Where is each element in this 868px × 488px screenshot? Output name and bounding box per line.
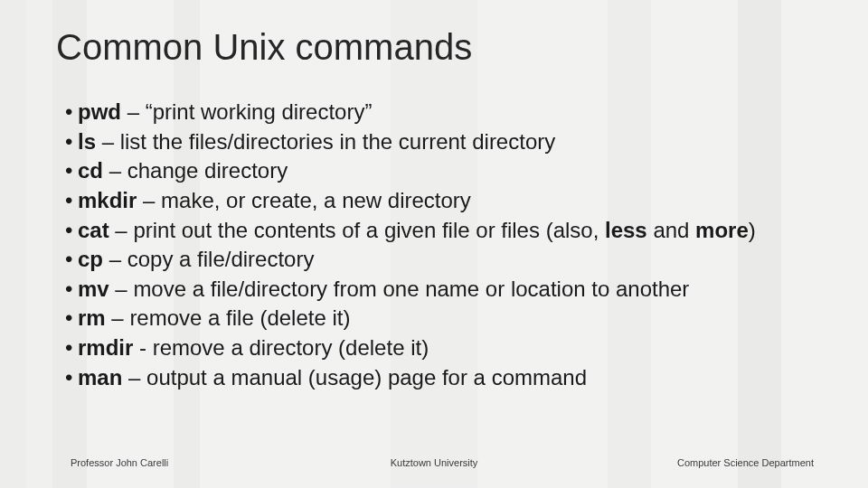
slide-footer: Professor John Carelli Kutztown Universi… [0,454,868,472]
separator: – [106,305,130,330]
separator: – [109,277,134,301]
bullet-icon: • [65,304,78,333]
bullet-item: • pwd – “print working directory” [65,98,823,127]
bullet-icon: • [65,245,78,275]
bullet-item: • rmdir - remove a directory (delete it) [65,333,823,363]
separator: - [133,335,152,360]
footer-right: Computer Science Department [677,457,814,468]
bullet-item: • ls – list the files/directories in the… [65,127,823,157]
bullet-item: • mv – move a file/directory from one na… [65,275,823,305]
separator: – [103,158,127,183]
footer-left: Professor John Carelli [71,457,168,468]
bullet-item: • mkdir – make, or create, a new directo… [65,186,823,216]
description-text: remove a directory (delete it) [153,335,429,360]
separator: – [122,365,146,389]
description-text: output a manual (usage) page for a comma… [146,365,587,389]
bullet-item: • rm – remove a file (delete it) [65,304,823,333]
command-name: mv [78,277,109,301]
separator: – [103,247,127,271]
description-text: remove a file (delete it) [129,305,350,330]
bullet-item: • man – output a manual (usage) page for… [65,363,823,393]
command-name: mkdir [78,188,137,212]
slide-body: • pwd – “print working directory”• ls – … [65,98,823,392]
command-name: ls [78,129,96,154]
inline-command: less [605,218,647,242]
description-text: make, or create, a new directory [161,188,471,212]
description-text: change directory [127,158,288,183]
bullet-icon: • [65,333,78,363]
bullet-icon: • [65,186,78,216]
bullet-item: • cd – change directory [65,156,823,186]
description-text: print out the contents of a given file o… [133,218,605,242]
join-text: and [647,218,695,242]
bullet-icon: • [65,98,78,127]
separator: – [109,218,134,242]
slide: Common Unix commands • pwd – “print work… [0,0,868,488]
separator: – [137,188,161,212]
bullet-icon: • [65,156,78,186]
command-name: cat [78,218,109,242]
bullet-icon: • [65,275,78,305]
inline-command: more [695,218,749,242]
command-name: cd [78,158,103,183]
bullet-icon: • [65,363,78,393]
command-name: cp [78,247,103,271]
description-text: “print working directory” [146,99,373,124]
bullet-item: • cp – copy a file/directory [65,245,823,275]
separator: – [121,99,146,124]
bullet-icon: • [65,216,78,246]
slide-title: Common Unix commands [56,27,472,68]
description-text: copy a file/directory [127,247,315,271]
description-text: list the files/directories in the curren… [120,129,556,154]
separator: – [96,129,120,154]
command-name: man [78,365,122,389]
description-text: move a file/directory from one name or l… [133,277,689,301]
description-tail: ) [749,218,756,242]
command-name: pwd [78,99,121,124]
bullet-icon: • [65,127,78,157]
bullet-item: • cat – print out the contents of a give… [65,216,823,246]
command-name: rmdir [78,335,133,360]
command-name: rm [78,305,106,330]
